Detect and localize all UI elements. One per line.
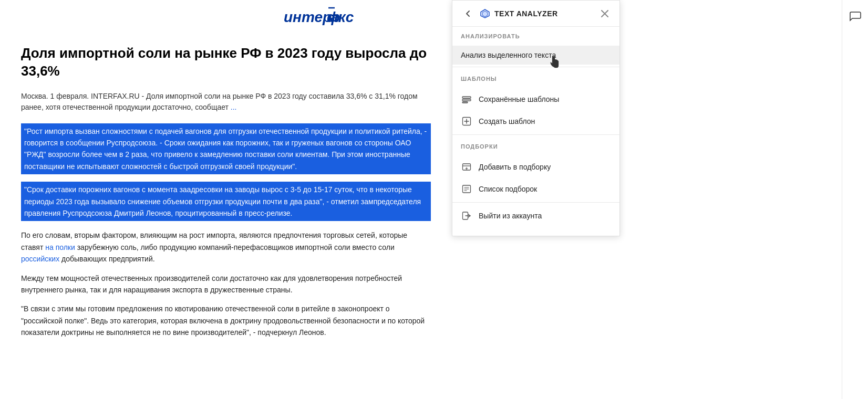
text-analyzer-panel: TEXT ANALYZER АНАЛИЗИРОВАТЬ Анализ выдел… bbox=[452, 0, 620, 236]
create-template-item[interactable]: Создать шаблон bbox=[452, 110, 619, 132]
close-button[interactable] bbox=[598, 7, 611, 20]
logout-label: Выйти из аккаунта bbox=[479, 212, 542, 220]
analyze-selected-text-item[interactable]: Анализ выделенного текста bbox=[452, 46, 619, 65]
svg-rect-6 bbox=[462, 97, 471, 98]
add-to-collection-item[interactable]: Добавить в подборку bbox=[452, 156, 619, 178]
saved-templates-item[interactable]: Сохранённые шаблоны bbox=[452, 88, 619, 110]
logout-icon bbox=[461, 210, 472, 222]
collections-section-header: ПОДБОРКИ bbox=[452, 137, 619, 156]
panel-header: TEXT ANALYZER bbox=[452, 1, 619, 27]
add-to-collection-icon bbox=[461, 161, 472, 173]
collection-list-item[interactable]: Список подборок bbox=[452, 178, 619, 200]
article-paragraph2: Между тем мощностей отечественных произв… bbox=[21, 272, 431, 296]
svg-text:интер: интер bbox=[284, 9, 332, 25]
svg-rect-7 bbox=[462, 99, 471, 101]
panel-title: TEXT ANALYZER bbox=[494, 9, 558, 18]
far-right-sidebar bbox=[842, 0, 868, 399]
analyze-section-label: АНАЛИЗИРОВАТЬ bbox=[461, 33, 611, 39]
article-paragraph3: "В связи с этим мы готовим предложения п… bbox=[21, 303, 431, 338]
collection-list-icon bbox=[461, 183, 472, 195]
add-to-collection-label: Добавить в подборку bbox=[479, 163, 551, 171]
back-button[interactable] bbox=[461, 6, 476, 21]
analyze-item-label: Анализ выделенного текста bbox=[461, 51, 556, 59]
divider2 bbox=[452, 134, 619, 135]
create-template-label: Создать шаблон bbox=[479, 117, 535, 125]
divider3 bbox=[452, 202, 619, 203]
create-template-icon bbox=[461, 116, 472, 127]
logout-item[interactable]: Выйти из аккаунта bbox=[452, 205, 619, 227]
svg-rect-8 bbox=[462, 102, 468, 103]
highlighted-text-block2: "Срок доставки порожних вагонов с момент… bbox=[21, 182, 431, 221]
cursor-pointer bbox=[550, 56, 559, 71]
templates-section-header: ШАБЛОНЫ bbox=[452, 69, 619, 88]
highlighted-text-block1: "Рост импорта вызван сложностями с подач… bbox=[21, 123, 431, 175]
article-title: Доля импортной соли на рынке РФ в 2023 г… bbox=[21, 45, 431, 80]
divider1 bbox=[452, 67, 619, 67]
panel-title-area: TEXT ANALYZER bbox=[480, 8, 598, 19]
article-content: интер акс ф Доля импортной соли на рынке… bbox=[0, 0, 452, 399]
svg-text:ф: ф bbox=[327, 9, 340, 25]
analyzer-logo-icon bbox=[480, 8, 490, 19]
svg-marker-5 bbox=[482, 11, 488, 17]
collection-list-label: Список подборок bbox=[479, 185, 537, 193]
sidebar-icon-message[interactable] bbox=[846, 8, 865, 27]
link-na-polki[interactable]: на полки bbox=[45, 243, 75, 251]
link-rossiyskih[interactable]: российских bbox=[21, 255, 59, 263]
article-paragraph1: По его словам, вторым фактором, влияющим… bbox=[21, 229, 431, 265]
templates-section-label: ШАБЛОНЫ bbox=[461, 76, 611, 82]
collections-section-label: ПОДБОРКИ bbox=[461, 143, 611, 150]
article-meta: Москва. 1 февраля. INTERFAX.RU - Доля им… bbox=[21, 91, 431, 113]
saved-templates-label: Сохранённые шаблоны bbox=[479, 95, 559, 103]
interfax-logo: интер акс ф bbox=[284, 5, 378, 28]
analyze-section-header: АНАЛИЗИРОВАТЬ bbox=[452, 27, 619, 46]
saved-templates-icon bbox=[461, 93, 472, 105]
